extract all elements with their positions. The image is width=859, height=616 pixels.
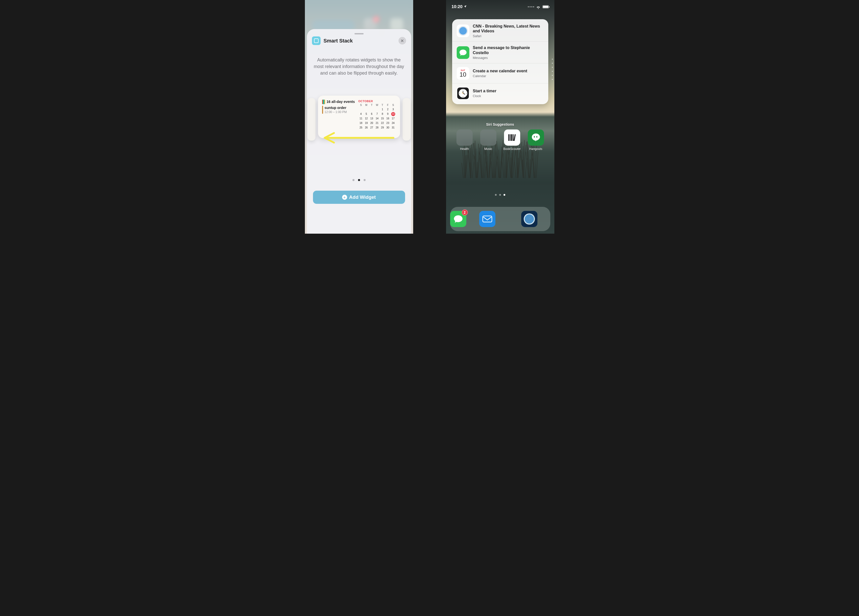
siri-suggestions-label: Siri Suggestions	[446, 122, 554, 126]
widget-size-scroller[interactable]: 16 all-day events suntup order 12:00 – 1…	[312, 95, 406, 146]
app-label: Health	[456, 147, 473, 151]
status-bar: 10:20	[446, 3, 554, 10]
clock-icon	[457, 87, 469, 100]
battery-icon	[542, 5, 549, 8]
sheet-title: Smart Stack	[323, 38, 395, 44]
event-title: suntup order	[325, 106, 347, 110]
widget-stack-page-dots	[552, 59, 553, 80]
close-button[interactable]: ✕	[398, 37, 406, 45]
multi-cal-bar-icon	[322, 100, 325, 104]
all-day-events-label: 16 all-day events	[326, 100, 355, 104]
widget-preview-prev[interactable]	[308, 98, 315, 140]
plus-circle-icon: ＋	[342, 195, 347, 200]
suggestion-title: Start a timer	[473, 89, 497, 93]
event-time: 12:00 – 1:00 PM	[325, 110, 347, 114]
pager-dot-active	[358, 179, 360, 181]
svg-rect-15	[508, 134, 509, 141]
home-app-row: Health Music BookScouter Hangouts	[446, 129, 554, 151]
phone-left-widget-picker: 1 Smart Stack ✕ Automatically rotates wi…	[305, 0, 413, 234]
suggestion-title: Create a new calendar event	[473, 69, 527, 73]
sheet-grabber[interactable]	[355, 33, 364, 34]
status-time: 10:20	[451, 4, 462, 9]
svg-point-13	[462, 93, 463, 94]
suggestion-subtitle: Messages	[473, 56, 544, 60]
music-folder[interactable]	[480, 129, 497, 146]
calendar-month-label: OCTOBER	[358, 100, 396, 103]
messages-badge: 2	[462, 209, 468, 215]
pager-dot	[353, 179, 355, 181]
calendar-widget-preview[interactable]: 16 all-day events suntup order 12:00 – 1…	[318, 95, 400, 138]
suggestion-subtitle: Safari	[473, 34, 544, 38]
home-page-dots[interactable]	[446, 194, 554, 196]
svg-rect-16	[510, 134, 511, 141]
smart-stack-icon	[312, 36, 320, 45]
pager-dot	[364, 179, 365, 181]
sheet-header: Smart Stack ✕	[312, 36, 406, 45]
widget-size-pager	[312, 179, 406, 181]
hangouts-app[interactable]	[528, 129, 544, 146]
suggestion-row[interactable]: SAT 10 Create a new calendar event Calen…	[452, 64, 548, 83]
svg-rect-20	[483, 216, 492, 222]
widget-picker-sheet: Smart Stack ✕ Automatically rotates widg…	[307, 29, 411, 234]
cellular-dots-icon	[528, 6, 534, 7]
app-label: BookScouter	[503, 147, 521, 151]
calendar-dow-row: SMTWTFS	[358, 104, 396, 106]
phone-right-home-screen: 10:20 CNN - Breaking News, Latest News a…	[446, 0, 554, 234]
add-widget-label: Add Widget	[349, 195, 376, 200]
suggestion-title: Send a message to Stephanie Costello	[473, 45, 544, 55]
widget-preview-next[interactable]	[403, 98, 411, 140]
suggestion-subtitle: Calendar	[473, 74, 527, 78]
calendar-events-column: 16 all-day events suntup order 12:00 – 1…	[322, 100, 355, 136]
calendar-month-grid: OCTOBER SMTWTFS 123456789101112131415161…	[358, 100, 396, 136]
event-color-bar	[322, 106, 323, 114]
app-label: Hangouts	[527, 147, 545, 151]
wifi-icon	[536, 5, 540, 8]
safari-icon	[457, 25, 469, 37]
safari-app[interactable]	[521, 211, 537, 227]
siri-suggestions-widget[interactable]: CNN - Breaking News, Latest News and Vid…	[452, 19, 548, 104]
svg-rect-17	[511, 134, 512, 141]
bookscouter-app[interactable]	[504, 129, 520, 146]
suggestion-row[interactable]: CNN - Breaking News, Latest News and Vid…	[452, 20, 548, 42]
sheet-description: Automatically rotates widgets to show th…	[312, 57, 406, 76]
health-folder[interactable]	[456, 129, 473, 146]
messages-icon	[457, 46, 469, 59]
suggestion-subtitle: Clock	[473, 94, 497, 98]
add-widget-button[interactable]: ＋ Add Widget	[313, 191, 405, 204]
suggestion-row[interactable]: Send a message to Stephanie Costello Mes…	[452, 42, 548, 63]
svg-rect-18	[513, 134, 514, 141]
app-label: Music	[479, 147, 497, 151]
svg-point-22	[525, 214, 534, 223]
mail-app[interactable]	[479, 211, 495, 227]
suggestion-row[interactable]: Start a timer Clock	[452, 83, 548, 103]
calendar-icon: SAT 10	[457, 67, 469, 80]
svg-point-2	[459, 27, 467, 35]
suggestion-title: CNN - Breaking News, Latest News and Vid…	[473, 24, 544, 33]
location-icon	[464, 4, 467, 9]
dock: 2	[450, 207, 550, 231]
